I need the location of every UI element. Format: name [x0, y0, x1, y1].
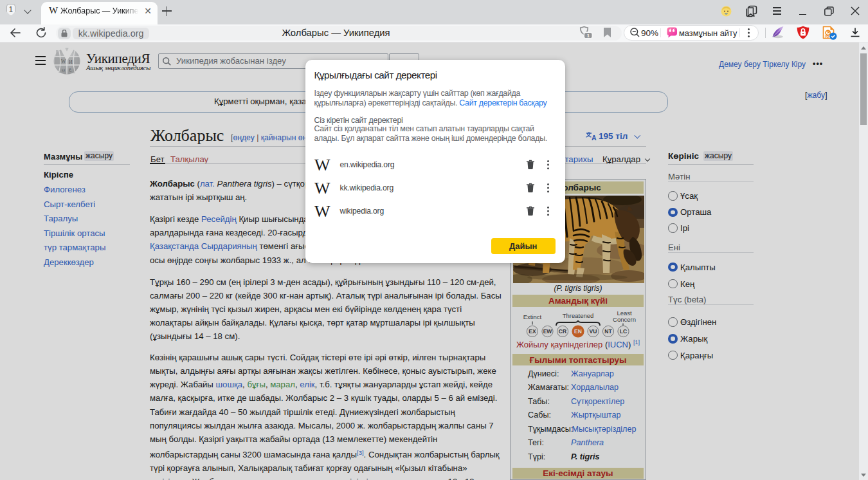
svg-text:1: 1	[587, 33, 590, 39]
svg-text:PD: PD	[825, 35, 829, 39]
